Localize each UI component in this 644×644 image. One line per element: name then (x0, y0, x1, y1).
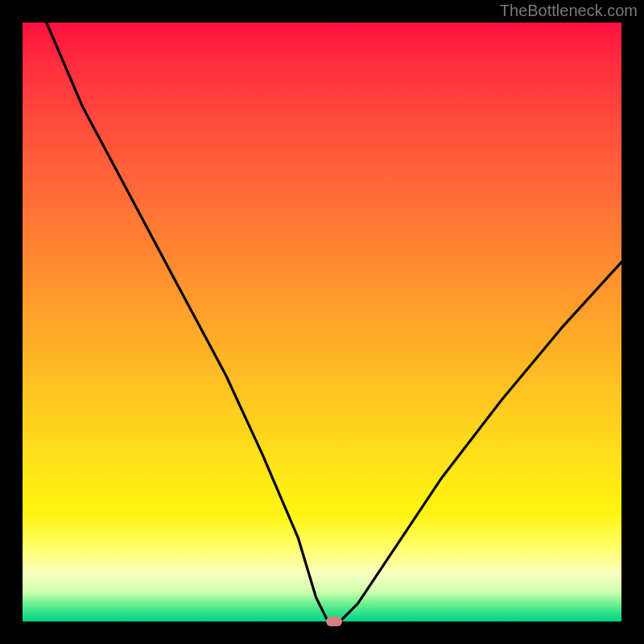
watermark-text: TheBottleneck.com (500, 2, 638, 20)
curve-layer (23, 23, 621, 621)
bottleneck-curve-path (47, 23, 621, 621)
chart-frame: TheBottleneck.com (0, 0, 644, 644)
plot-area (23, 23, 621, 621)
optimal-point-marker (326, 617, 342, 626)
